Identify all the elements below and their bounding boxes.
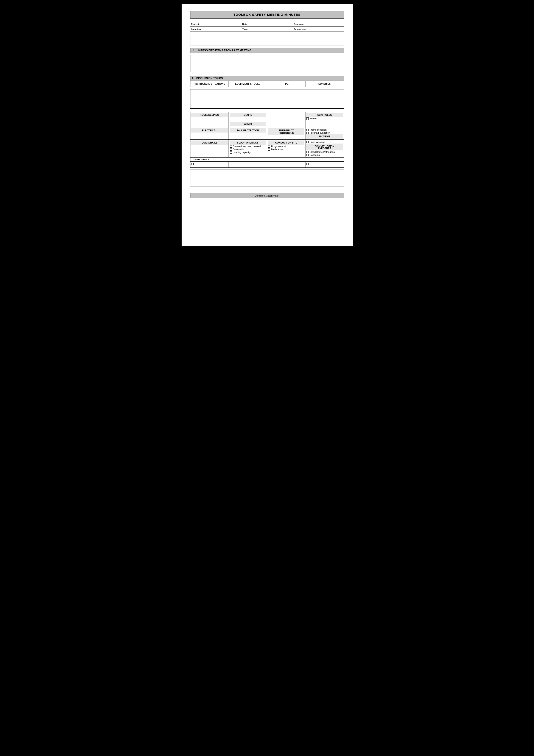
time-field: Time: [242,27,293,31]
scaffolds-cell: SCAFFOLDS Braces [305,112,344,121]
other-topics-header-cell: OTHER TOPICS [190,157,344,162]
blood-borne-checkbox[interactable] [306,151,309,153]
whmis-cell: WHMIS [229,121,267,127]
topics-area[interactable] [190,89,344,109]
empty-cell-1 [267,112,305,121]
page-title: TOOLBOX SAFETY MEETING MINUTES [234,13,300,16]
housekeeping-cell: HOUSEKEEPING [190,112,229,121]
medication-checkbox[interactable] [268,148,270,150]
location-field: Location: [190,27,242,31]
empty-cell-3 [267,121,305,127]
frame-condition-checkbox[interactable] [306,129,309,131]
hygiene-label: HYGIENE [306,134,343,139]
condoms-item[interactable]: Condoms [306,153,343,156]
other-topic-col4[interactable] [305,162,344,168]
covered-item[interactable]: Covered, secured, marked [230,145,266,148]
floor-openings-header-cell: FLOOR OPENINGS Covered, secured, marked … [229,140,267,157]
stairs-label: STAIRS [230,113,266,117]
discussion-cols: HIGH HAZARD SITUATIONS EQUIPMENT & TOOLS… [190,81,344,87]
other-topic-item-2[interactable] [230,162,266,165]
guardrails-cell: GUARDRAILS [190,140,229,157]
drugs-alcohol-item[interactable]: Drugs/Alcohol [268,145,304,148]
stairs-cell: STAIRS [229,112,267,121]
condoms-label: Condoms [310,154,320,156]
fall-protection-label: FALL PROTECTION [230,128,266,133]
other-topic-item-4[interactable] [306,162,343,165]
loading-capacity-label: Loading capacity [233,151,251,154]
housekeeping-label: HOUSEKEEPING [191,113,228,117]
whmis-label: WHMIS [230,122,266,126]
emergency-protocols-cell: EMERGENCYPROTOCOLS [267,127,305,140]
other-topic-checkbox-2[interactable] [230,163,232,165]
other-topic-col2[interactable] [229,162,267,168]
other-topic-item-1[interactable] [191,162,228,165]
guardrails-label: GUARDRAILS [191,141,228,145]
empty-cell-2 [190,121,229,127]
frame-condition-label: Frame condition [310,128,327,131]
col-ppe: PPE [267,81,305,87]
blood-borne-item[interactable]: Blood Borne Pathogens [306,150,343,153]
blood-borne-label: Blood Borne Pathogens [310,150,335,153]
frame-condition-item[interactable]: Frame condition [306,128,343,131]
info-rows: Project: Date: Foreman: Location: Time: … [190,22,344,32]
footing-foundation-item[interactable]: Footing/Foundation [306,131,343,134]
covered-label: Covered, secured, marked [233,145,261,148]
notes-area[interactable] [190,169,344,187]
table-row: GUARDRAILS FLOOR OPENINGS Covered, secur… [190,140,344,157]
project-field: Project: [190,22,242,26]
info-row-2: Location: Time: Supervisor: [190,27,344,32]
guardrails-floor-item[interactable]: Guardrails [230,148,266,151]
floor-openings-label: FLOOR OPENINGS [230,141,266,145]
other-topics-row: OTHER TOPICS [190,157,344,162]
col-high-hazard: HIGH HAZARD SITUATIONS [191,81,229,87]
other-topics-label: OTHER TOPICS [192,158,209,161]
footing-foundation-label: Footing/Foundation [310,131,330,134]
braces-label: Braces [310,117,317,120]
discussion-header: 2. DISCUSSION TOPICS [190,76,344,81]
loading-capacity-checkbox[interactable] [230,151,232,154]
drugs-alcohol-checkbox[interactable] [268,145,270,148]
table-row: ELECTRICAL FALL PROTECTION EMERGENCYPROT… [190,127,344,140]
condoms-checkbox[interactable] [306,154,309,156]
title-bar: TOOLBOX SAFETY MEETING MINUTES [190,11,344,18]
conduct-on-site-cell: CONDUCT ON SITE Drugs/Alcohol Medication [267,140,305,157]
electrical-label: ELECTRICAL [191,128,228,133]
hand-washing-label: Hand Washing [310,141,325,143]
footer-bar: Dominion Masonry Ltd. [190,193,344,198]
other-topic-checkbox-3[interactable] [268,163,270,165]
scaffold-details-cell: Frame condition Footing/Foundation HYGIE… [305,127,344,140]
col-equipment: EQUIPMENT & TOOLS [229,81,267,87]
other-topic-checkbox-1[interactable] [191,163,194,165]
date-field: Date: [242,22,293,26]
medication-item[interactable]: Medication [268,148,304,151]
foreman-field: Foreman: [293,22,344,26]
supervisor-field: Supervisor: [293,27,344,31]
other-topic-item-3[interactable] [268,162,304,165]
discussion-section: 2. DISCUSSION TOPICS HIGH HAZARD SITUATI… [190,76,344,87]
other-topics-blank-row [190,162,344,168]
guardrails-floor-checkbox[interactable] [230,148,232,150]
guardrails-floor-label: Guardrails [233,148,244,150]
section1-header: 1. UNRESOLVED ITEMS FROM LAST MEETING: [190,48,344,53]
loading-capacity-item[interactable]: Loading capacity [230,151,266,154]
hygiene-details-cell: Hand Washing OCCUPATIONALEXPOSURE Blood … [305,140,344,157]
electrical-cell: ELECTRICAL [190,127,229,140]
medication-label: Medication [271,148,283,150]
table-row: WHMIS [190,121,344,127]
info-row-1: Project: Date: Foreman: [190,22,344,27]
braces-item[interactable]: Braces [306,117,343,120]
hand-washing-checkbox[interactable] [306,141,309,143]
empty-cell-4 [305,121,344,127]
other-topic-col1[interactable] [190,162,229,168]
page: TOOLBOX SAFETY MEETING MINUTES Project: … [182,4,353,246]
drugs-alcohol-label: Drugs/Alcohol [271,145,286,148]
other-topic-checkbox-4[interactable] [306,163,309,165]
braces-checkbox[interactable] [306,118,309,120]
unresolved-area[interactable] [190,55,344,72]
covered-checkbox[interactable] [230,145,232,148]
attendance-area [190,34,344,45]
other-topic-col3[interactable] [267,162,305,168]
footing-foundation-checkbox[interactable] [306,132,309,134]
hand-washing-item[interactable]: Hand Washing [306,141,343,144]
table-row: HOUSEKEEPING STAIRS SCAFFOLDS Braces [190,112,344,121]
